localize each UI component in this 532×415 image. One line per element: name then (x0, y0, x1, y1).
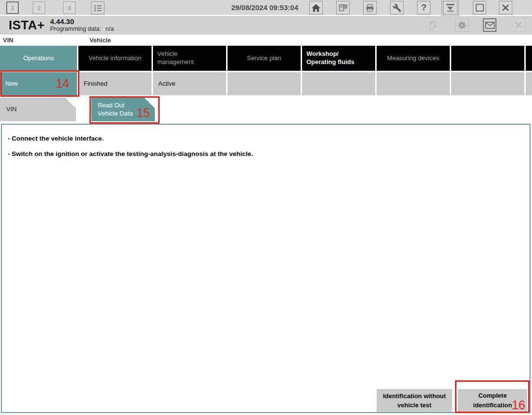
tab-vehicle-management: Vehicle management (153, 46, 226, 71)
tab-operations[interactable]: Operations (0, 46, 77, 71)
operations-list-button[interactable] (91, 1, 104, 14)
close-icon (501, 3, 510, 12)
settings-gear-icon (457, 20, 467, 30)
printer-icon (365, 3, 375, 13)
instruction-line: - Connect the vehicle interface. (8, 135, 530, 142)
tab-empty (451, 46, 524, 71)
identification-without-vehicle-test-button[interactable]: Identification without vehicle test (377, 389, 452, 412)
workflow-step-3-button[interactable]: 3 (63, 1, 76, 14)
instruction-line: - Switch on the ignition or activate the… (8, 150, 530, 157)
home-button[interactable] (309, 1, 323, 14)
content-panel: - Connect the vehicle interface. - Switc… (1, 124, 531, 413)
mail-icon (485, 21, 495, 29)
operations-list-icon (93, 4, 102, 13)
identification-without-label: Identification without vehicle test (381, 391, 447, 410)
title-bar: ISTA+ 4.44.30 Programming data:n/a (0, 16, 532, 35)
app-name: ISTA+ (9, 18, 45, 33)
instructions: - Connect the vehicle interface. - Switc… (2, 125, 530, 157)
tab-service-plan: Service plan (228, 46, 301, 71)
window-close-icon (338, 3, 348, 12)
workflow-tab-read-out-label: Read Out Vehicle Data (98, 102, 133, 118)
tab-workshop-label: Workshop/ Operating fluids (306, 50, 355, 66)
subtab-new[interactable]: New (0, 72, 77, 95)
wrench-icon (393, 3, 402, 13)
subtab-active[interactable]: Active (153, 72, 226, 95)
help-icon: ? (421, 2, 427, 13)
ista-window: 1 2 3 29/08/2024 09:53:04 (0, 0, 532, 415)
complete-identification-label: Complete identification (463, 391, 522, 410)
programming-data-value: n/a (105, 26, 114, 32)
programming-data-label: Programming data: (50, 26, 101, 32)
workflow-tab-read-out-vehicle-data[interactable]: Read Out Vehicle Data (91, 98, 155, 121)
workflow-tab-vin[interactable]: VIN (0, 98, 76, 121)
tab-operations-label: Operations (23, 54, 54, 63)
tab-vehicle-information: Vehicle information (78, 46, 152, 71)
minimize-icon (446, 4, 455, 12)
breadcrumb-vin: VIN (3, 37, 13, 44)
settings-button[interactable] (455, 18, 469, 32)
workflow-tab-vin-label: VIN (6, 105, 17, 114)
messages-button[interactable] (483, 18, 496, 32)
subtab-empty (377, 72, 450, 95)
close-window-button[interactable] (336, 1, 350, 14)
complete-identification-button[interactable]: Complete identification (458, 389, 527, 412)
history-documents-icon (428, 20, 438, 30)
step-2-label: 2 (37, 4, 40, 12)
step-3-label: 3 (67, 4, 71, 12)
tab-vehicle-management-label: Vehicle management (157, 50, 194, 66)
subtab-finished[interactable]: Finished (78, 72, 152, 95)
tab-workshop-operating-fluids[interactable]: Workshop/ Operating fluids (302, 46, 375, 71)
subtab-empty (302, 72, 375, 95)
tab-measuring-devices: Measuring devices (377, 46, 450, 71)
minimize-app-button[interactable] (443, 1, 457, 14)
maximize-icon (476, 4, 484, 12)
tab-measuring-devices-label: Measuring devices (387, 54, 439, 63)
top-toolbar: 1 2 3 29/08/2024 09:53:04 (0, 0, 532, 16)
home-icon (311, 3, 321, 13)
tab-vehicle-information-label: Vehicle information (89, 54, 141, 63)
subtab-active-label: Active (158, 80, 175, 88)
settings-wrench-button[interactable] (390, 1, 404, 14)
close-app-button[interactable] (499, 1, 512, 14)
history-documents-button (426, 18, 440, 32)
step-1-label: 1 (11, 4, 14, 12)
tab-service-plan-label: Service plan (247, 54, 281, 63)
maximize-button[interactable] (473, 1, 486, 14)
close-operation-button (512, 18, 525, 32)
close-disabled-icon (514, 21, 523, 29)
subtab-empty-edge (526, 72, 532, 95)
app-version: 4.44.30 (50, 17, 74, 26)
help-button[interactable]: ? (417, 1, 431, 14)
subtab-new-label: New (5, 80, 18, 88)
print-button[interactable] (363, 1, 377, 14)
workflow-step-1-button[interactable]: 1 (6, 1, 19, 14)
subtab-empty (228, 72, 301, 95)
datetime-display: 29/08/2024 09:53:04 (202, 3, 298, 12)
subtab-empty (451, 72, 524, 95)
programming-data: Programming data:n/a (50, 26, 114, 32)
breadcrumb-vehicle: Vehicle (89, 37, 111, 44)
subtab-finished-label: Finished (84, 80, 107, 88)
tab-empty-edge (526, 46, 532, 71)
workflow-step-2-button[interactable]: 2 (33, 1, 45, 14)
